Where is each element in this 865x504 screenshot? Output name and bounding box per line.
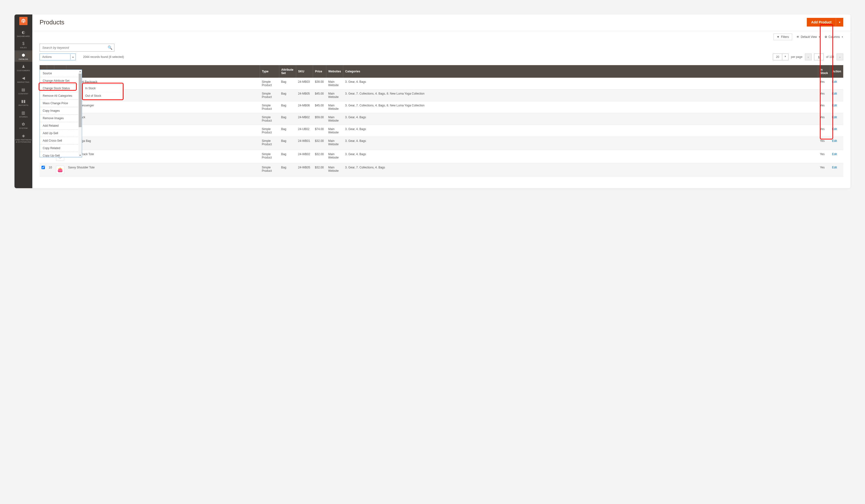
col-in-stock[interactable]: In Stock [818,65,830,78]
cell-price: $32.00 [313,150,326,163]
add-product-button[interactable]: Add Product [807,18,836,26]
row-checkbox[interactable] [42,166,45,169]
table-row[interactable]: val Field MessengerSimple ProductBag24-M… [39,101,843,113]
action-add-up-sell[interactable]: Add Up-Sell [40,130,82,137]
table-row[interactable]: 8👜Voyage Yoga BagSimple ProductBag24-WB0… [39,137,843,150]
action-add-cross-sell[interactable]: Add Cross-Sell [40,137,82,144]
columns-label: Columns [829,35,840,39]
action-remove-all-categories[interactable]: Remove All Categories [40,92,82,99]
scroll-up-icon[interactable]: ▲ [79,70,81,73]
cell-websites: Main Website [326,78,343,90]
per-page-select[interactable]: 20 ▼ [773,54,788,60]
edit-link[interactable]: Edit [832,80,837,83]
col-type[interactable]: Type [260,65,279,78]
table-row[interactable]: own Summit BackpackSimple ProductBag24-M… [39,78,843,90]
actions-select[interactable]: Actions ▲ [39,54,76,60]
filters-button[interactable]: ▼ Filters [774,34,792,40]
table-row[interactable]: ayfarer Messenger BagSimple ProductBag24… [39,90,843,101]
nav-reports[interactable]: ▮▮REPORTS [14,96,32,108]
prev-page-button[interactable]: ‹ [805,54,812,60]
scrollbar-thumb[interactable] [79,73,82,127]
col-attribute-set[interactable]: Attribute Set [279,65,296,78]
search-icon[interactable]: 🔍 [106,45,114,50]
chevron-down-icon: ▼ [841,36,843,38]
action-change-attribute-set[interactable]: Change Attribute Set [40,77,82,85]
product-thumbnail: 👛 [56,166,64,174]
nav-customers[interactable]: ♟CUSTOMERS [14,62,32,73]
search-input[interactable] [40,44,106,51]
cell-type: Simple Product [260,125,279,137]
edit-link[interactable]: Edit [832,116,837,119]
edit-link[interactable]: Edit [832,92,837,95]
cell-in-stock: Yes [818,78,830,90]
edit-link[interactable]: Edit [832,152,837,156]
columns-button[interactable]: ✿ Columns ▼ [825,35,843,39]
edit-link[interactable]: Edit [832,127,837,131]
cell-attribute-set: Bag [279,78,296,90]
nav-icon: ▮▮ [21,99,26,104]
nav-icon: ⬢ [22,53,25,57]
col-categories[interactable]: Categories [343,65,818,78]
edit-link[interactable]: Edit [832,104,837,107]
stock-option-out-of-stock[interactable]: Out of Stock [82,92,122,99]
cell-type: Simple Product [260,137,279,150]
dropdown-scrollbar[interactable]: ▲ ▼ [79,70,82,157]
cell-attribute-set: Bag [279,113,296,125]
nav-icon: ▤ [22,87,25,92]
cell-name: ion Backpack [66,113,260,125]
action-remove-images[interactable]: Remove Images [40,115,82,122]
action-copy-images[interactable]: Copy Images [40,107,82,115]
col-price[interactable]: Price [313,65,326,78]
nav-content[interactable]: ▤CONTENT [14,85,32,96]
cell-sku: 24-MB03 [296,78,313,90]
nav-marketing[interactable]: ◀MARKETING [14,73,32,85]
table-row[interactable]: Simple ProductBag24-UB02$74.00Main Websi… [39,125,843,137]
nav-catalog[interactable]: ⬢CATALOG [14,50,32,62]
next-page-button[interactable]: › [837,54,843,60]
filters-label: Filters [781,35,789,39]
magento-logo-icon [21,18,26,24]
action-add-related[interactable]: Add Related [40,122,82,130]
col-websites[interactable]: Websites [326,65,343,78]
action-source[interactable]: Source [40,70,82,77]
nav-system[interactable]: ✿SYSTEM [14,119,32,131]
cell-sku: 24-WB02 [296,150,313,163]
nav-label: FIND PARTNERS & EXTENSIONS [14,139,32,143]
nav-stores[interactable]: ▥STORES [14,108,32,120]
table-row[interactable]: 9⬡Compete Track ToteSimple ProductBag24-… [39,150,843,163]
nav-label: MARKETING [18,81,30,83]
funnel-icon: ▼ [777,35,780,39]
col-sku[interactable]: SKU [296,65,313,78]
chevron-up-icon[interactable]: ▲ [70,54,76,60]
page-number-input[interactable] [814,54,824,60]
cell-type: Simple Product [260,101,279,113]
per-page-label: per page [791,55,802,59]
edit-link[interactable]: Edit [832,166,837,169]
nav-dashboard[interactable]: ◐DASHBOARD [14,27,32,39]
table-row[interactable]: ion BackpackSimple ProductBag24-MB02$59.… [39,113,843,125]
action-copy-up-sell[interactable]: Copy Up-Sell [40,152,82,157]
cell-websites: Main Website [326,137,343,150]
table-row[interactable]: 10👛Savvy Shoulder ToteSimple ProductBag2… [39,163,843,177]
nav-label: CONTENT [19,93,28,95]
col-name[interactable]: ame [66,65,260,78]
nav-find-partners-extensions[interactable]: ◈FIND PARTNERS & EXTENSIONS [14,131,32,145]
magento-logo[interactable] [19,17,27,25]
stock-option-in-stock[interactable]: In Stock [82,85,122,92]
action-change-stock-status[interactable]: Change Stock Status [40,85,82,92]
default-view-label: Default View [801,35,817,39]
search-box: 🔍 [39,44,114,51]
chevron-down-icon[interactable]: ▼ [782,54,788,60]
eye-icon: 👁 [796,35,799,39]
nav-label: CUSTOMERS [17,70,30,72]
scroll-down-icon[interactable]: ▼ [79,154,81,156]
nav-sales[interactable]: $SALES [14,39,32,50]
action-mass-change-price[interactable]: Mass Change Price [40,99,82,107]
default-view-button[interactable]: 👁 Default View ▼ [796,35,820,39]
nav-label: REPORTS [19,104,28,107]
nav-icon: ◈ [22,133,25,138]
add-product-caret[interactable]: ▼ [836,18,843,26]
action-copy-related[interactable]: Copy Related [40,144,82,152]
edit-link[interactable]: Edit [832,139,837,143]
cell-name [66,125,260,137]
